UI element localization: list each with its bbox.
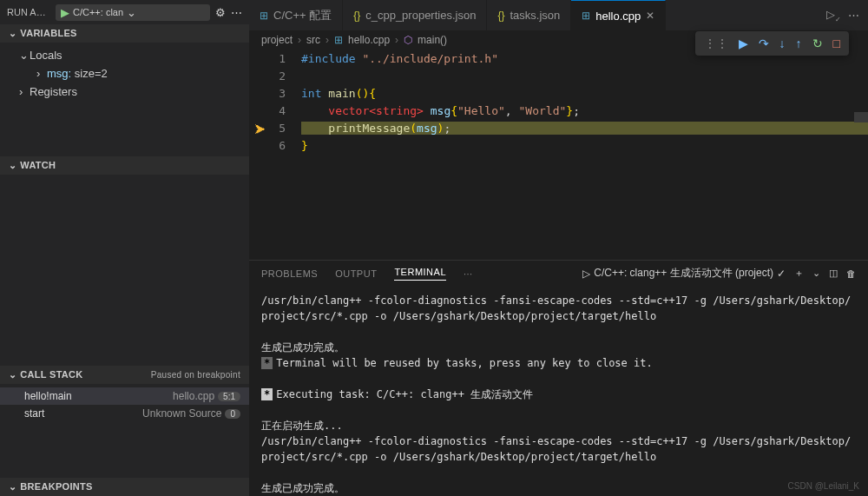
more-icon[interactable]: ⋯ [848,9,859,22]
chevron-down-icon: ⌄ [9,369,16,380]
registers-scope[interactable]: ›Registers [0,83,249,101]
task-mark-icon: * [261,357,273,369]
terminal-output[interactable]: /usr/bin/clang++ -fcolor-diagnostics -fa… [249,286,868,496]
step-over-icon[interactable]: ↷ [759,36,769,50]
symbol-icon: ⬡ [404,34,412,46]
panel-tabs: PROBLEMS OUTPUT TERMINAL ··· ▷C/C++: cla… [249,261,868,286]
watch-header[interactable]: ⌄WATCH [0,156,249,175]
cpp-icon: ⊞ [582,10,590,22]
task-indicator[interactable]: ▷C/C++: clang++ 生成活动文件 (project) ✓ [582,266,786,281]
json-icon: {} [353,10,360,22]
debug-sidebar: RUN AN... ▶ C/C++: clan ⌄ ⚙ ⋯ ⌄VARIABLES… [0,0,249,496]
debug-config-selector[interactable]: ▶ C/C++: clan ⌄ [56,4,210,21]
code-editor[interactable]: 1#include "../include/print.h" 2 3int ma… [249,50,868,260]
close-icon[interactable]: ✕ [646,10,654,22]
restart-icon[interactable]: ↻ [812,36,823,50]
tab-problems[interactable]: PROBLEMS [261,268,318,279]
current-line-icon: ⮞ [254,123,266,136]
tab-cpp-config[interactable]: ⊞C/C++ 配置 [249,0,343,30]
callstack-frame[interactable]: start Unknown Source0 [0,405,249,422]
chevron-right-icon: › [19,85,30,98]
variables-panel: ⌄VARIABLES ⌄Locals ›msg: size=2 ›Registe… [0,24,249,104]
callstack-header[interactable]: ⌄CALL STACK Paused on breakpoint [0,366,249,384]
step-into-icon[interactable]: ↓ [779,36,786,50]
tab-actions: ▷✓ ⋯ [818,0,868,30]
main-area: ⊞C/C++ 配置 {}c_cpp_properties.json {}task… [249,0,868,496]
grip-icon[interactable]: ⋮⋮ [704,36,728,50]
new-terminal-icon[interactable]: ＋ [794,267,804,280]
bottom-panel: PROBLEMS OUTPUT TERMINAL ··· ▷C/C++: cla… [249,260,868,496]
trash-icon[interactable]: 🗑 [846,268,856,279]
task-mark-icon: * [261,388,273,400]
chevron-down-icon[interactable]: ⌄ [812,268,820,279]
tab-more[interactable]: ··· [464,268,473,279]
tab-output[interactable]: OUTPUT [335,268,377,279]
tab-hello[interactable]: ⊞hello.cpp✕ [571,0,666,30]
cpp-icon: ⊞ [334,34,343,46]
watermark: CSDN @Leilani_K [788,481,859,491]
variables-header[interactable]: ⌄VARIABLES [0,24,249,43]
step-out-icon[interactable]: ↑ [796,36,802,50]
cpp-icon: ⊞ [260,10,268,22]
chevron-down-icon: ⌄ [19,49,30,62]
minimap[interactable] [854,112,868,122]
tab-tasks[interactable]: {}tasks.json [487,0,571,30]
debug-config-bar: RUN AN... ▶ C/C++: clan ⌄ ⚙ ⋯ [0,0,249,24]
chevron-down-icon: ⌄ [9,481,16,492]
callstack-frame[interactable]: hello!main hello.cpp5:1 [0,387,249,405]
watch-panel: ⌄WATCH [0,156,249,175]
gear-icon[interactable]: ⚙ [215,6,226,19]
chevron-down-icon: ⌄ [9,160,16,170]
callstack-panel: ⌄CALL STACK Paused on breakpoint hello!m… [0,366,249,426]
json-icon: {} [497,10,504,22]
breakpoints-panel: ⌄BREAKPOINTS [0,478,249,496]
debug-toolbar: ⋮⋮ ▶ ↷ ↓ ↑ ↻ □ [695,31,849,56]
split-icon[interactable]: ◫ [829,268,838,279]
run-label: RUN AN... [7,7,50,17]
chevron-down-icon: ⌄ [127,6,136,19]
tab-terminal[interactable]: TERMINAL [394,267,446,281]
editor-tabs: ⊞C/C++ 配置 {}c_cpp_properties.json {}task… [249,0,868,30]
callstack-status: Paused on breakpoint [151,370,240,380]
play-icon: ▶ [61,6,69,19]
tab-cpp-props[interactable]: {}c_cpp_properties.json [343,0,487,30]
more-icon[interactable]: ⋯ [231,6,242,19]
chevron-down-icon: ⌄ [9,28,16,38]
breakpoints-header[interactable]: ⌄BREAKPOINTS [0,478,249,496]
continue-icon[interactable]: ▶ [739,36,748,50]
locals-scope[interactable]: ⌄Locals [0,46,249,64]
variable-msg[interactable]: ›msg: size=2 [0,64,249,83]
debug-config-name: C/C++: clan [73,7,123,17]
stop-icon[interactable]: □ [833,36,840,50]
run-debug-icon[interactable]: ▷✓ [826,8,841,23]
task-icon: ▷ [582,268,590,280]
chevron-right-icon: › [36,67,47,80]
